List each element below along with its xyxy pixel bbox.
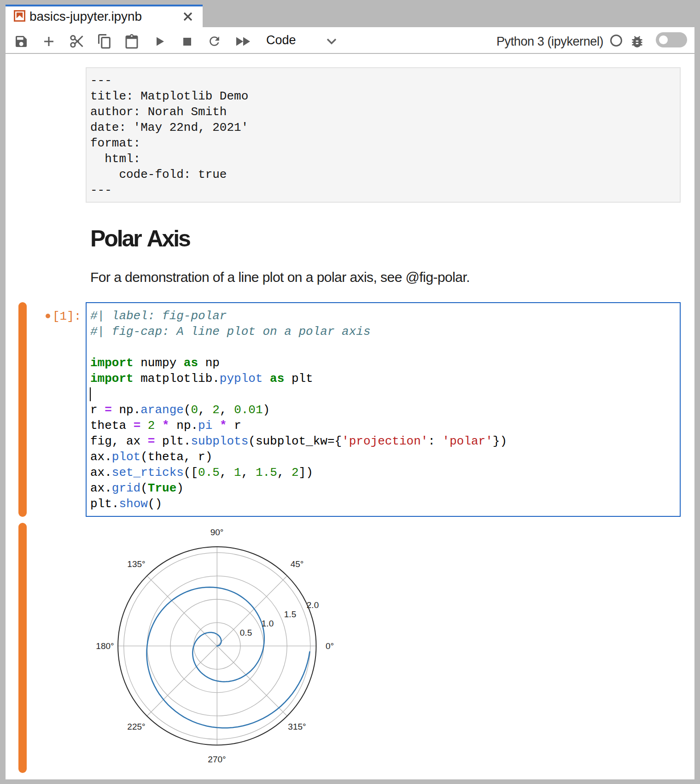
svg-text:270°: 270°	[208, 755, 226, 764]
svg-text:45°: 45°	[291, 559, 304, 569]
svg-text:180°: 180°	[96, 641, 114, 651]
svg-text:1.0: 1.0	[262, 619, 274, 628]
svg-text:90°: 90°	[210, 527, 224, 537]
svg-text:135°: 135°	[127, 559, 145, 569]
svg-text:0°: 0°	[326, 641, 334, 651]
svg-text:1.5: 1.5	[284, 609, 296, 619]
svg-text:225°: 225°	[127, 722, 145, 731]
svg-text:2.0: 2.0	[307, 600, 319, 610]
svg-text:0.5: 0.5	[240, 628, 252, 638]
svg-text:315°: 315°	[288, 722, 306, 731]
